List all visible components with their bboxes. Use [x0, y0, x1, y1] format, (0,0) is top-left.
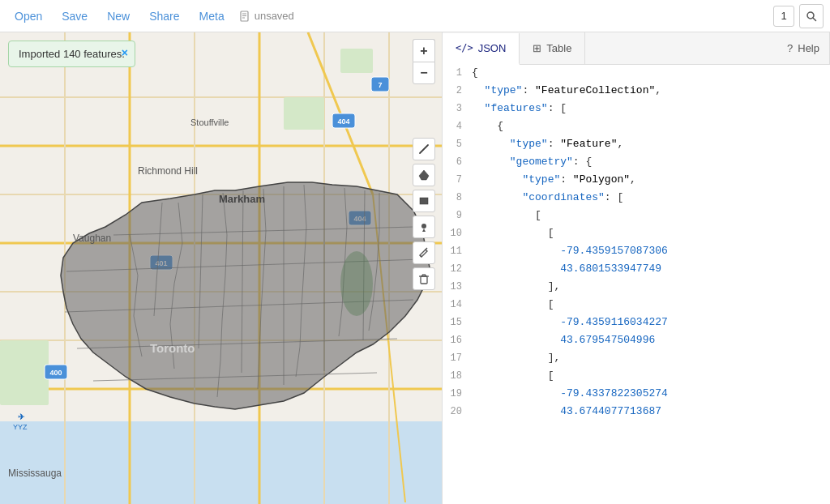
- line-content: "type": "Polygon",: [472, 172, 830, 189]
- svg-line-63: [426, 248, 427, 250]
- json-line: 16 43.679547504996: [443, 332, 830, 350]
- line-content: "coordinates": [: [472, 190, 830, 207]
- line-content: 43.6744077713687: [472, 404, 830, 421]
- json-line: 4 {: [443, 118, 830, 136]
- svg-rect-25: [340, 49, 373, 73]
- svg-text:Stouffville: Stouffville: [190, 117, 229, 127]
- svg-line-5: [813, 18, 815, 20]
- line-content: [: [472, 207, 830, 224]
- edit-tool[interactable]: [413, 241, 435, 264]
- zoom-in-button[interactable]: +: [413, 39, 435, 62]
- json-tab-icon: </>: [456, 42, 473, 53]
- line-number: 8: [443, 190, 472, 206]
- draw-rectangle-tool[interactable]: [413, 190, 435, 212]
- map-panel: 404 7 400 401 404: [0, 32, 442, 504]
- search-icon: [806, 11, 817, 22]
- notification-bubble: Imported 140 features. ×: [8, 41, 135, 67]
- svg-text:Vaughan: Vaughan: [73, 233, 111, 244]
- unsaved-indicator: unsaved: [239, 10, 294, 22]
- line-number: 19: [443, 387, 472, 402]
- tab-table[interactable]: ⊞ Table: [520, 32, 585, 64]
- json-line: 9 [: [443, 207, 830, 225]
- line-content: -79.4359157087306: [472, 243, 830, 260]
- save-button[interactable]: Save: [53, 5, 96, 28]
- new-button[interactable]: New: [99, 5, 138, 28]
- svg-text:Toronto: Toronto: [150, 341, 195, 355]
- json-line: 19 -79.4337822305274: [443, 386, 830, 404]
- json-line: 15 -79.4359116034227: [443, 314, 830, 332]
- line-number: 7: [443, 173, 472, 188]
- svg-text:YYZ: YYZ: [13, 423, 28, 431]
- json-line: 17 ],: [443, 350, 830, 368]
- meta-button[interactable]: Meta: [191, 5, 233, 28]
- svg-text:7: 7: [378, 81, 382, 89]
- zoom-out-button[interactable]: −: [413, 62, 435, 84]
- line-content: ],: [472, 279, 830, 296]
- draw-polygon-tool[interactable]: [413, 164, 435, 186]
- map-background: 404 7 400 401 404: [0, 32, 442, 504]
- json-line: 12 43.6801533947749: [443, 261, 830, 279]
- line-number: 17: [443, 351, 472, 366]
- line-content: {: [472, 65, 830, 82]
- json-line: 8 "coordinates": [: [443, 190, 830, 207]
- open-button[interactable]: Open: [6, 5, 50, 28]
- tab-help[interactable]: ? Help: [774, 32, 830, 64]
- document-icon: [239, 11, 250, 22]
- map-tools: [413, 138, 435, 290]
- svg-text:400: 400: [49, 369, 62, 377]
- search-button[interactable]: [799, 4, 824, 28]
- svg-rect-64: [421, 276, 427, 284]
- line-content: [: [472, 225, 830, 242]
- delete-tool[interactable]: [413, 267, 435, 290]
- tab-bar: </> JSON ⊞ Table ? Help: [443, 32, 830, 65]
- line-content: "features": [: [472, 100, 830, 117]
- svg-text:Markham: Markham: [219, 193, 265, 205]
- map-controls: + −: [413, 39, 435, 84]
- line-number: 1: [443, 66, 472, 81]
- line-content: [: [472, 368, 830, 385]
- json-line: 18 [: [443, 368, 830, 386]
- json-line: 10 [: [443, 225, 830, 243]
- add-point-tool[interactable]: [413, 216, 435, 238]
- json-line: 3 "features": [: [443, 100, 830, 118]
- line-number: 14: [443, 297, 472, 313]
- svg-rect-24: [284, 97, 324, 130]
- svg-line-57: [420, 145, 428, 153]
- json-editor[interactable]: 1{2 "type": "FeatureCollection",3 "featu…: [443, 65, 830, 504]
- json-line: 5 "type": "Feature",: [443, 136, 830, 154]
- json-line: 11 -79.4359157087306: [443, 243, 830, 261]
- json-line: 2 "type": "FeatureCollection",: [443, 83, 830, 100]
- tab-json[interactable]: </> JSON: [443, 33, 520, 65]
- json-line: 13 ],: [443, 279, 830, 297]
- line-number: 2: [443, 83, 472, 99]
- unsaved-label: unsaved: [255, 10, 294, 22]
- line-content: 43.6801533947749: [472, 261, 830, 278]
- line-number: 13: [443, 280, 472, 295]
- svg-marker-58: [419, 170, 429, 180]
- svg-line-62: [420, 255, 421, 257]
- trash-icon: [418, 273, 430, 284]
- line-content: -79.4337822305274: [472, 386, 830, 403]
- notification-close-button[interactable]: ×: [122, 46, 128, 59]
- table-tab-label: Table: [546, 42, 571, 54]
- line-number: 10: [443, 226, 472, 241]
- line-content: 43.679547504996: [472, 332, 830, 349]
- svg-point-60: [421, 224, 426, 229]
- line-number: 9: [443, 208, 472, 224]
- draw-line-tool[interactable]: [413, 138, 435, 160]
- line-number: 11: [443, 244, 472, 259]
- line-content: "type": "Feature",: [472, 136, 830, 153]
- edit-icon: [418, 247, 430, 258]
- share-button[interactable]: Share: [141, 5, 187, 28]
- line-content: {: [472, 118, 830, 135]
- svg-point-48: [340, 251, 373, 316]
- table-tab-icon: ⊞: [533, 42, 541, 54]
- help-tab-label: Help: [798, 42, 819, 54]
- line-number: 12: [443, 262, 472, 277]
- rectangle-icon: [418, 195, 430, 207]
- json-line: 7 "type": "Polygon",: [443, 172, 830, 190]
- toolbar: Open Save New Share Meta unsaved 1: [0, 0, 830, 32]
- right-panel: </> JSON ⊞ Table ? Help 1{2 "type": "Fea…: [442, 32, 830, 504]
- line-number: 5: [443, 137, 472, 152]
- polygon-icon: [418, 169, 430, 181]
